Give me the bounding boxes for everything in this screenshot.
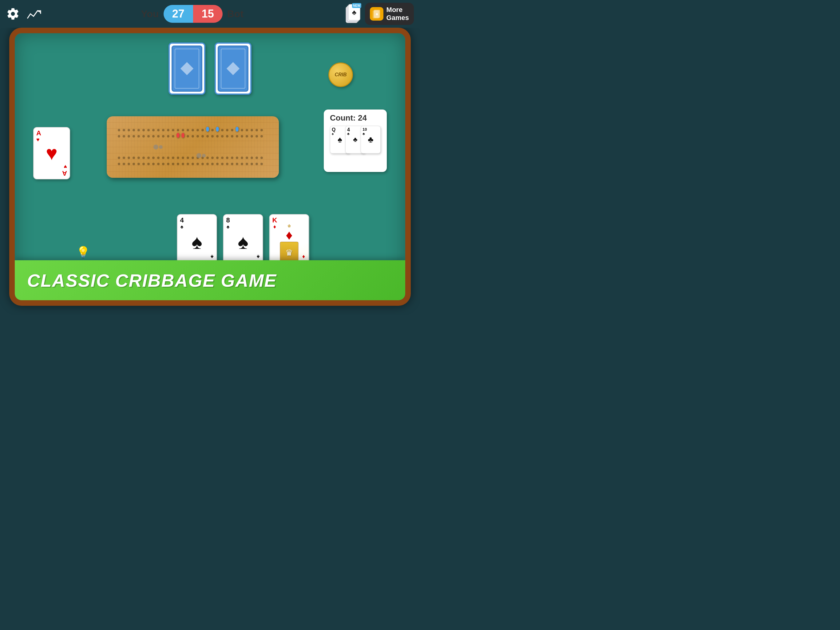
svg-point-58	[167, 135, 169, 138]
svg-point-54	[147, 135, 150, 138]
svg-point-49	[123, 135, 125, 138]
svg-point-116	[157, 163, 159, 165]
svg-point-118	[167, 163, 169, 165]
gear-icon[interactable]	[6, 7, 20, 21]
game-board: CRIB A ♥ ♥ A ♥	[9, 28, 411, 306]
bottom-banner: CLASSIC CRIBBAGE GAME	[15, 260, 405, 300]
svg-point-135	[251, 163, 253, 165]
svg-point-143	[153, 144, 158, 149]
svg-point-65	[201, 135, 204, 138]
svg-point-108	[118, 163, 120, 165]
svg-point-57	[162, 135, 164, 138]
svg-text:♠: ♠	[376, 11, 378, 16]
svg-point-20	[128, 129, 130, 131]
crib-label: CRIB	[335, 72, 346, 78]
svg-point-77	[261, 135, 263, 138]
svg-point-67	[211, 135, 214, 138]
svg-point-32	[186, 129, 189, 131]
svg-point-85	[152, 157, 155, 159]
svg-point-51	[133, 135, 135, 138]
svg-point-59	[172, 135, 174, 138]
svg-point-40	[226, 129, 229, 131]
bot-card-1	[169, 43, 205, 95]
count-display: Count: 24 Q ♠ ♠ 4 ♣ ♣ 10 ♣ ♣	[324, 109, 387, 172]
svg-point-104	[246, 157, 248, 159]
svg-point-45	[251, 129, 253, 131]
svg-point-130	[226, 163, 229, 165]
svg-point-133	[241, 163, 243, 165]
svg-point-89	[172, 157, 174, 159]
svg-point-39	[221, 129, 224, 131]
svg-point-76	[256, 135, 258, 138]
svg-point-128	[216, 163, 219, 165]
svg-point-101	[231, 157, 234, 159]
svg-point-90	[177, 157, 179, 159]
svg-point-144	[159, 145, 163, 149]
cribbage-board	[107, 116, 279, 178]
svg-point-28	[167, 129, 169, 131]
crib-token[interactable]: CRIB	[328, 62, 353, 87]
header-left	[6, 7, 41, 21]
new-games-badge[interactable]: ♣ NEW	[343, 3, 362, 25]
svg-point-43	[241, 129, 243, 131]
svg-point-146	[202, 154, 206, 157]
ace-card[interactable]: A ♥ ♥ A ♥	[33, 127, 70, 179]
svg-point-134	[246, 163, 248, 165]
score-pills: 27 15	[164, 5, 223, 23]
svg-point-109	[123, 163, 125, 165]
svg-point-106	[256, 157, 258, 159]
trend-icon[interactable]	[26, 8, 41, 20]
svg-point-18	[118, 129, 120, 131]
svg-point-102	[236, 157, 238, 159]
header-right: ♣ NEW ♠ More Games	[343, 3, 414, 25]
svg-point-98	[216, 157, 219, 159]
svg-point-124	[196, 163, 199, 165]
svg-point-120	[177, 163, 179, 165]
svg-point-35	[201, 129, 204, 131]
svg-point-31	[182, 129, 184, 131]
svg-point-50	[128, 135, 130, 138]
svg-point-48	[118, 135, 120, 138]
svg-point-139	[216, 127, 219, 131]
svg-point-88	[167, 157, 169, 159]
svg-point-21	[133, 129, 135, 131]
svg-point-122	[186, 163, 189, 165]
svg-point-24	[147, 129, 150, 131]
svg-point-111	[133, 163, 135, 165]
svg-point-69	[221, 135, 224, 138]
svg-point-70	[226, 135, 229, 138]
svg-point-125	[201, 163, 204, 165]
svg-point-138	[206, 127, 209, 131]
more-games-button[interactable]: ♠ More Games	[365, 3, 414, 25]
svg-point-121	[182, 163, 184, 165]
svg-point-83	[142, 157, 145, 159]
header: You 27 15 Bot ♣ NEW	[0, 0, 420, 28]
svg-point-99	[221, 157, 224, 159]
svg-point-145	[196, 153, 201, 158]
svg-point-114	[147, 163, 150, 165]
svg-point-96	[206, 157, 209, 159]
svg-point-136	[256, 163, 258, 165]
bot-card-2	[215, 43, 251, 95]
svg-point-46	[256, 129, 258, 131]
svg-point-66	[206, 135, 209, 138]
svg-point-68	[216, 135, 219, 138]
svg-point-100	[226, 157, 229, 159]
svg-point-140	[235, 127, 238, 131]
score-area: You 27 15 Bot	[141, 5, 243, 23]
svg-point-25	[152, 129, 155, 131]
svg-point-113	[142, 163, 145, 165]
you-label: You	[141, 8, 159, 20]
svg-point-115	[152, 163, 155, 165]
count-card-ten[interactable]: 10 ♣ ♣	[361, 126, 381, 154]
you-score: 27	[164, 5, 193, 23]
svg-point-110	[128, 163, 130, 165]
svg-point-141	[177, 133, 180, 138]
svg-point-74	[246, 135, 248, 138]
svg-point-82	[137, 157, 140, 159]
svg-point-34	[196, 129, 199, 131]
svg-point-80	[128, 157, 130, 159]
svg-point-79	[123, 157, 125, 159]
svg-point-126	[206, 163, 209, 165]
svg-text:NEW: NEW	[353, 4, 360, 7]
